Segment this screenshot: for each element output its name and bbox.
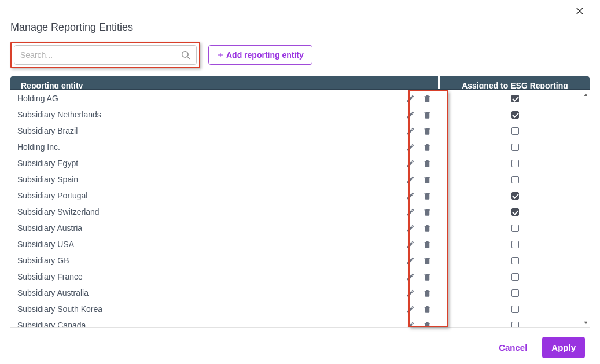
column-header-assigned: Assigned to ESG Reporting — [440, 76, 590, 89]
pencil-icon — [406, 192, 415, 200]
toolbar: Add reporting entity — [10, 42, 590, 68]
search-input[interactable] — [14, 45, 197, 65]
modal-footer: Cancel Apply — [10, 328, 590, 364]
row-actions — [402, 273, 440, 281]
trash-icon — [423, 143, 432, 152]
assigned-checkbox[interactable] — [511, 160, 519, 167]
assigned-checkbox[interactable] — [511, 111, 519, 119]
assigned-cell — [440, 111, 590, 119]
pencil-icon — [406, 273, 415, 281]
table-row: Subsidiary Australia — [10, 285, 590, 301]
assigned-checkbox[interactable] — [511, 208, 519, 216]
delete-button[interactable] — [423, 111, 432, 119]
table-body-scroll[interactable]: Holding AGSubsidiary NetherlandsSubsidia… — [10, 90, 590, 327]
entity-name: Subsidiary Australia — [10, 288, 402, 297]
cancel-button[interactable]: Cancel — [493, 337, 533, 358]
assigned-cell — [440, 306, 590, 313]
pencil-icon — [406, 143, 415, 152]
scroll-arrow-down-icon: ▼ — [583, 320, 588, 326]
assigned-checkbox[interactable] — [511, 322, 519, 328]
table-row: Subsidiary USA — [10, 236, 590, 252]
trash-icon — [423, 321, 432, 328]
pencil-icon — [406, 321, 415, 328]
delete-button[interactable] — [423, 224, 432, 233]
edit-button[interactable] — [406, 127, 415, 135]
edit-button[interactable] — [406, 321, 415, 328]
assigned-checkbox[interactable] — [511, 176, 519, 183]
delete-button[interactable] — [423, 192, 432, 200]
edit-button[interactable] — [406, 273, 415, 281]
table-row: Subsidiary Canada — [10, 317, 590, 327]
assigned-cell — [440, 192, 590, 200]
entity-name: Subsidiary Egypt — [10, 159, 402, 168]
trash-icon — [423, 305, 432, 314]
assigned-checkbox[interactable] — [511, 289, 519, 297]
assigned-checkbox[interactable] — [511, 306, 519, 313]
pencil-icon — [406, 94, 415, 103]
row-actions — [402, 305, 440, 314]
delete-button[interactable] — [423, 94, 432, 103]
assigned-cell — [440, 225, 590, 232]
close-button[interactable] — [573, 5, 586, 19]
row-actions — [402, 321, 440, 328]
edit-button[interactable] — [406, 111, 415, 119]
delete-button[interactable] — [423, 273, 432, 281]
trash-icon — [423, 94, 432, 103]
pencil-icon — [406, 111, 415, 119]
assigned-cell — [440, 273, 590, 281]
delete-button[interactable] — [423, 321, 432, 328]
edit-button[interactable] — [406, 208, 415, 216]
delete-button[interactable] — [423, 240, 432, 249]
assigned-checkbox[interactable] — [511, 257, 519, 264]
trash-icon — [423, 224, 432, 233]
edit-button[interactable] — [406, 305, 415, 314]
entity-name: Holding AG — [10, 94, 402, 103]
close-icon — [575, 6, 585, 16]
assigned-checkbox[interactable] — [511, 127, 519, 135]
pencil-icon — [406, 159, 415, 168]
entity-name: Subsidiary Netherlands — [10, 110, 402, 119]
delete-button[interactable] — [423, 256, 432, 265]
edit-button[interactable] — [406, 143, 415, 152]
delete-button[interactable] — [423, 159, 432, 168]
trash-icon — [423, 192, 432, 200]
delete-button[interactable] — [423, 175, 432, 184]
row-actions — [402, 175, 440, 184]
trash-icon — [423, 289, 432, 297]
add-reporting-entity-button[interactable]: Add reporting entity — [208, 45, 312, 65]
edit-button[interactable] — [406, 289, 415, 297]
edit-button[interactable] — [406, 159, 415, 168]
assigned-checkbox[interactable] — [511, 95, 519, 102]
edit-button[interactable] — [406, 192, 415, 200]
entity-name: Subsidiary Portugal — [10, 191, 402, 200]
entity-name: Subsidiary Spain — [10, 175, 402, 184]
entity-name: Subsidiary Canada — [10, 321, 402, 327]
pencil-icon — [406, 175, 415, 184]
assigned-checkbox[interactable] — [511, 144, 519, 151]
row-actions — [402, 208, 440, 216]
table-header: Reporting entity Assigned to ESG Reporti… — [10, 76, 590, 90]
assigned-checkbox[interactable] — [511, 192, 519, 200]
delete-button[interactable] — [423, 127, 432, 135]
table-row: Subsidiary Egypt — [10, 155, 590, 171]
assigned-checkbox[interactable] — [511, 273, 519, 281]
table-row: Subsidiary Brazil — [10, 123, 590, 139]
apply-button[interactable]: Apply — [542, 337, 585, 358]
edit-button[interactable] — [406, 240, 415, 249]
assigned-cell — [440, 127, 590, 135]
delete-button[interactable] — [423, 143, 432, 152]
assigned-checkbox[interactable] — [511, 225, 519, 232]
delete-button[interactable] — [423, 305, 432, 314]
edit-button[interactable] — [406, 175, 415, 184]
scroll-arrow-up-icon: ▲ — [583, 91, 588, 97]
delete-button[interactable] — [423, 208, 432, 216]
entity-name: Holding Inc. — [10, 142, 402, 152]
delete-button[interactable] — [423, 289, 432, 297]
edit-button[interactable] — [406, 94, 415, 103]
edit-button[interactable] — [406, 256, 415, 265]
trash-icon — [423, 159, 432, 168]
assigned-checkbox[interactable] — [511, 241, 519, 248]
edit-button[interactable] — [406, 224, 415, 233]
pencil-icon — [406, 224, 415, 233]
entity-name: Subsidiary Austria — [10, 223, 402, 233]
